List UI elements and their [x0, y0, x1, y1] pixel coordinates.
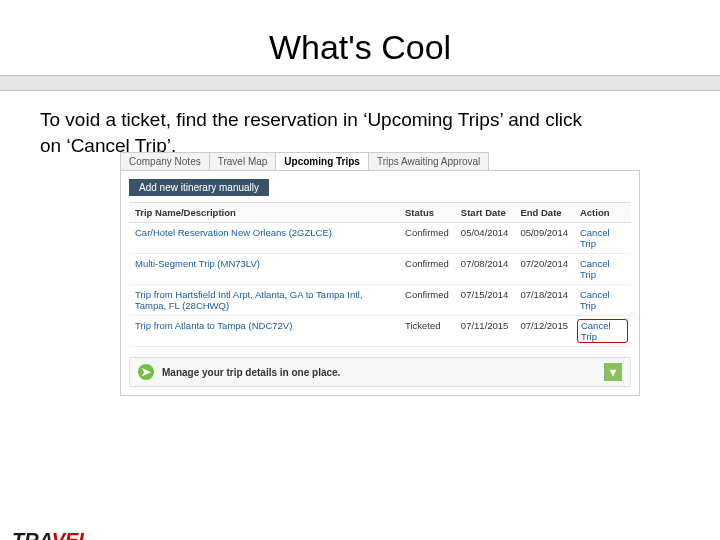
highlight-cancel-trip: Cancel Trip: [577, 319, 628, 343]
table-row: Car/Hotel Reservation New Orleans (2GZLC…: [129, 223, 631, 254]
trip-name-link[interactable]: Trip from Hartsfield Intl Arpt, Atlanta,…: [129, 285, 399, 316]
table-row: Trip from Hartsfield Intl Arpt, Atlanta,…: [129, 285, 631, 316]
manage-trip-bar: ➤ Manage your trip details in one place.…: [129, 357, 631, 387]
trip-status: Confirmed: [399, 223, 455, 254]
cancel-trip-link[interactable]: Cancel Trip: [574, 285, 631, 316]
tab-bar: Company Notes Travel Map Upcoming Trips …: [120, 152, 640, 171]
cancel-trip-link[interactable]: Cancel Trip: [574, 223, 631, 254]
app-screenshot: Company Notes Travel Map Upcoming Trips …: [120, 152, 640, 396]
trip-end: 07/12/2015: [514, 316, 574, 347]
logo-text-b: VEL: [52, 529, 91, 540]
trip-name-link[interactable]: Car/Hotel Reservation New Orleans (2GZLC…: [129, 223, 399, 254]
trip-start: 07/15/2014: [455, 285, 515, 316]
manage-trip-text: Manage your trip details in one place.: [162, 367, 340, 378]
logo-text-a: TRA: [12, 529, 52, 540]
tab-upcoming-trips[interactable]: Upcoming Trips: [275, 152, 369, 170]
tab-panel: Add new itinerary manually Trip Name/Des…: [120, 171, 640, 396]
trip-status: Confirmed: [399, 254, 455, 285]
table-row: Multi-Segment Trip (MN73LV) Confirmed 07…: [129, 254, 631, 285]
trip-end: 07/18/2014: [514, 285, 574, 316]
body-text: To void a ticket, find the reservation i…: [40, 107, 680, 158]
col-action: Action: [574, 203, 631, 223]
dropdown-icon[interactable]: ▾: [604, 363, 622, 381]
cancel-trip-link[interactable]: Cancel Trip: [574, 316, 631, 347]
trip-start: 07/08/2014: [455, 254, 515, 285]
tab-company-notes[interactable]: Company Notes: [120, 152, 210, 170]
trip-status: Ticketed: [399, 316, 455, 347]
trip-start: 07/11/2015: [455, 316, 515, 347]
add-itinerary-button[interactable]: Add new itinerary manually: [129, 179, 269, 196]
tab-awaiting-approval[interactable]: Trips Awaiting Approval: [368, 152, 489, 170]
trip-name-link[interactable]: Multi-Segment Trip (MN73LV): [129, 254, 399, 285]
trip-end: 05/09/2014: [514, 223, 574, 254]
col-start: Start Date: [455, 203, 515, 223]
col-end: End Date: [514, 203, 574, 223]
trip-start: 05/04/2014: [455, 223, 515, 254]
info-icon: ➤: [138, 364, 154, 380]
table-row: Trip from Atlanta to Tampa (NDC72V) Tick…: [129, 316, 631, 347]
trips-table: Trip Name/Description Status Start Date …: [129, 202, 631, 347]
trip-name-link[interactable]: Trip from Atlanta to Tampa (NDC72V): [129, 316, 399, 347]
col-name: Trip Name/Description: [129, 203, 399, 223]
cancel-trip-link[interactable]: Cancel Trip: [574, 254, 631, 285]
slide-title: What's Cool: [0, 28, 720, 67]
trip-end: 07/20/2014: [514, 254, 574, 285]
table-header-row: Trip Name/Description Status Start Date …: [129, 203, 631, 223]
divider: [0, 75, 720, 91]
trip-status: Confirmed: [399, 285, 455, 316]
tab-travel-map[interactable]: Travel Map: [209, 152, 277, 170]
col-status: Status: [399, 203, 455, 223]
brand-logo: TRAVEL INCORPORATED: [12, 529, 91, 540]
